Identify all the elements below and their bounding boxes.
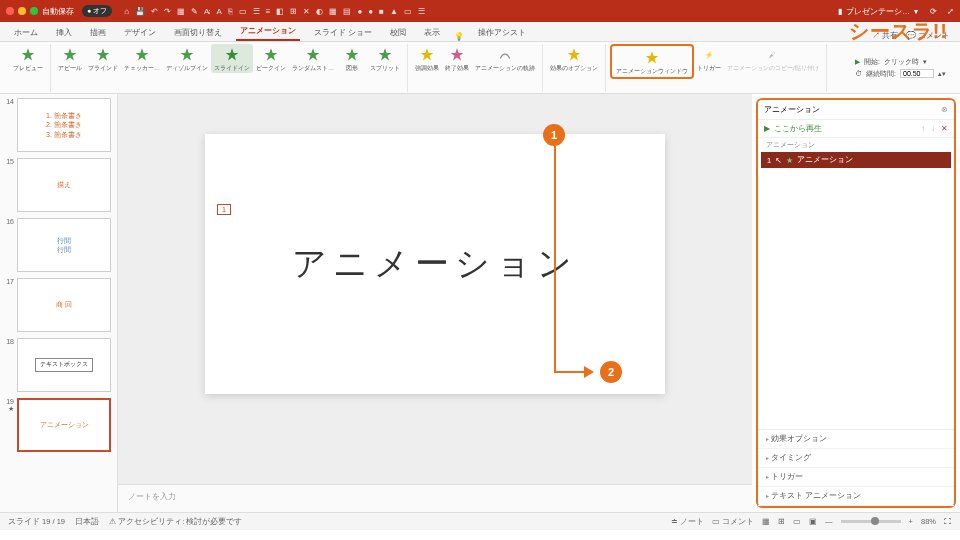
toolbar-icon[interactable]: ◧ xyxy=(276,7,284,16)
thumbnail[interactable]: 15描え xyxy=(2,158,115,212)
duration-input[interactable] xyxy=(900,69,934,78)
motion-paths[interactable]: アニメーションの軌跡 xyxy=(472,44,538,74)
thumbnail[interactable]: 18テキストボックス xyxy=(2,338,115,392)
pane-option[interactable]: トリガー xyxy=(758,468,954,487)
toolbar-icon[interactable]: ▭ xyxy=(239,7,247,16)
save-icon[interactable]: 💾 xyxy=(135,7,145,16)
slide[interactable]: 1 アニメーション xyxy=(205,134,665,394)
effect-1[interactable]: ブラインド xyxy=(85,44,121,74)
watermark: シースラ!! xyxy=(849,18,948,45)
start-dropdown[interactable]: クリック時 xyxy=(884,57,919,67)
effect-8[interactable]: スプリット xyxy=(367,44,403,74)
close-pane-icon[interactable]: ⊗ xyxy=(941,105,948,114)
trigger-button[interactable]: ⚡トリガー xyxy=(694,44,724,80)
undo-icon[interactable]: ↶ xyxy=(151,7,158,16)
animation-painter[interactable]: 🖌アニメーションのコピー/貼り付け xyxy=(724,44,822,80)
toolbar-icon[interactable]: ≡ xyxy=(266,7,271,16)
toolbar-icon[interactable]: ☰ xyxy=(418,7,425,16)
effect-7[interactable]: 図形 xyxy=(337,44,367,74)
effect-0[interactable]: アピール xyxy=(55,44,85,74)
pane-subheader: アニメーション xyxy=(758,138,954,152)
pane-option[interactable]: 効果オプション xyxy=(758,430,954,449)
main-area: 141. 箇条書き2. 箇条書き3. 箇条書き15描え16行間行間17商 回18… xyxy=(0,94,960,512)
redo-icon[interactable]: ↷ xyxy=(164,7,171,16)
effect-2[interactable]: チェッカー… xyxy=(121,44,163,74)
toolbar-icon[interactable]: ⎘ xyxy=(228,7,233,16)
tab-slideshow[interactable]: スライド ショー xyxy=(310,24,376,41)
view-slideshow-icon[interactable]: ▣ xyxy=(809,517,817,526)
toolbar-icon[interactable]: ⊞ xyxy=(290,7,297,16)
tab-insert[interactable]: 挿入 xyxy=(52,24,76,41)
status-bar: スライド 19 / 19 日本語 ⚠ アクセシビリティ: 検討が必要です ≐ ノ… xyxy=(0,512,960,530)
toolbar-icon[interactable]: ▦ xyxy=(329,7,337,16)
autosave-toggle[interactable]: ● オフ xyxy=(82,5,112,17)
toolbar-icon[interactable]: A xyxy=(216,7,221,16)
toolbar-icon[interactable]: ✕ xyxy=(303,7,310,16)
preview-button[interactable]: プレビュー xyxy=(10,44,46,74)
titlebar: 自動保存 ● オフ ⌂ 💾 ↶ ↷ ▦ ✎ Aᵢ A ⎘ ▭ ☰ ≡ ◧ ⊞ ✕… xyxy=(0,0,960,22)
pane-option[interactable]: タイミング xyxy=(758,449,954,468)
accessibility[interactable]: ⚠ アクセシビリティ: 検討が必要です xyxy=(109,517,242,527)
toolbar-icon[interactable]: ◐ xyxy=(316,7,323,16)
maximize-icon[interactable] xyxy=(30,7,38,15)
arrow-line xyxy=(554,146,556,371)
effect-4[interactable]: スライドイン xyxy=(211,44,253,74)
toolbar-icon[interactable]: ▦ xyxy=(177,7,185,16)
delete-icon[interactable]: ✕ xyxy=(941,124,948,133)
toolbar-icon[interactable]: ■ xyxy=(379,7,384,16)
tab-view[interactable]: 表示 xyxy=(420,24,444,41)
move-up-icon[interactable]: ↑ xyxy=(921,124,925,133)
slide-counter: スライド 19 / 19 xyxy=(8,517,65,527)
tell-me[interactable]: 操作アシスト xyxy=(474,24,530,41)
language[interactable]: 日本語 xyxy=(75,517,99,527)
tab-review[interactable]: 校閲 xyxy=(386,24,410,41)
tab-design[interactable]: デザイン xyxy=(120,24,160,41)
toolbar-icon[interactable]: ▭ xyxy=(404,7,412,16)
effect-5[interactable]: ピークイン xyxy=(253,44,289,74)
animation-tag[interactable]: 1 xyxy=(217,204,231,215)
exit-effects[interactable]: 終了効果 xyxy=(442,44,472,74)
quick-access: ⌂ 💾 ↶ ↷ ▦ ✎ Aᵢ A ⎘ ▭ ☰ ≡ ◧ ⊞ ✕ ◐ ▦ ▤ ● ●… xyxy=(124,7,834,16)
toolbar-icon[interactable]: ▲ xyxy=(390,7,398,16)
view-sorter-icon[interactable]: ⊞ xyxy=(778,517,785,526)
toolbar-icon[interactable]: ● xyxy=(368,7,373,16)
thumbnail[interactable]: 16行間行間 xyxy=(2,218,115,272)
animation-item[interactable]: 1 ↖ ★ アニメーション xyxy=(761,152,951,168)
thumbnail[interactable]: 17商 回 xyxy=(2,278,115,332)
toolbar-icon[interactable]: ▤ xyxy=(343,7,351,16)
toolbar-icon[interactable]: ● xyxy=(357,7,362,16)
notes-input[interactable]: ノートを入力 xyxy=(118,484,752,512)
emphasis-effects[interactable]: 強調効果 xyxy=(412,44,442,74)
thumbnail[interactable]: 19★アニメーション xyxy=(2,398,115,452)
view-normal-icon[interactable]: ▦ xyxy=(762,517,770,526)
sync-icon[interactable]: ⟳ xyxy=(930,7,937,16)
collapse-icon[interactable]: ⤢ xyxy=(947,7,954,16)
tab-home[interactable]: ホーム xyxy=(10,24,42,41)
toolbar-icon[interactable]: Aᵢ xyxy=(204,7,210,16)
zoom-slider[interactable] xyxy=(841,520,901,523)
tab-draw[interactable]: 描画 xyxy=(86,24,110,41)
zoom-level[interactable]: 88% xyxy=(921,517,936,526)
effect-options[interactable]: 効果のオプション xyxy=(547,44,601,74)
pane-option[interactable]: テキスト アニメーション xyxy=(758,487,954,506)
notes-toggle[interactable]: ≐ ノート xyxy=(671,517,704,527)
effect-6[interactable]: ランダムスト… xyxy=(289,44,337,74)
tab-animations[interactable]: アニメーション xyxy=(236,22,300,41)
minimize-icon[interactable] xyxy=(18,7,26,15)
fit-icon[interactable]: ⛶ xyxy=(944,517,952,526)
pane-title: アニメーション xyxy=(764,104,820,115)
home-icon[interactable]: ⌂ xyxy=(124,7,129,16)
animation-pane-button[interactable]: アニメーションウィンドウ xyxy=(613,47,691,77)
tab-transitions[interactable]: 画面切り替え xyxy=(170,24,226,41)
slide-text[interactable]: アニメーション xyxy=(292,241,578,287)
view-reading-icon[interactable]: ▭ xyxy=(793,517,801,526)
toolbar-icon[interactable]: ✎ xyxy=(191,7,198,16)
play-from-here[interactable]: ▶ここから再生 ↑↓✕ xyxy=(758,120,954,138)
effect-3[interactable]: ディゾルブイン xyxy=(163,44,211,74)
move-down-icon[interactable]: ↓ xyxy=(931,124,935,133)
close-icon[interactable] xyxy=(6,7,14,15)
comments-toggle[interactable]: ▭ コメント xyxy=(712,517,754,527)
filename[interactable]: ▮ プレゼンテーシ… ▾ xyxy=(838,6,918,17)
toolbar-icon[interactable]: ☰ xyxy=(253,7,260,16)
thumbnail[interactable]: 141. 箇条書き2. 箇条書き3. 箇条書き xyxy=(2,98,115,152)
